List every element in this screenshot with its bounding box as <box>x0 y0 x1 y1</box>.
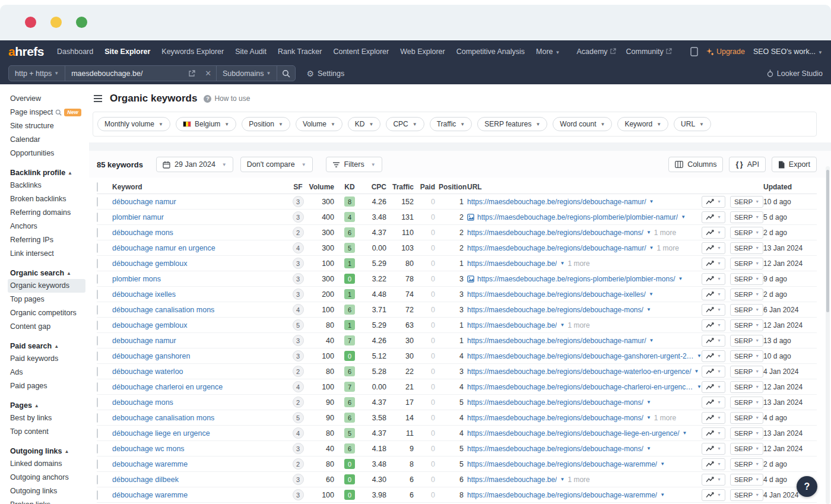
url-link[interactable]: https://maesdebouchage.be/ <box>467 321 557 329</box>
keyword-link[interactable]: débouchage gembloux <box>112 259 288 268</box>
position-history-button[interactable]: ▼ <box>702 397 725 408</box>
col-header-keyword[interactable]: Keyword <box>112 183 288 191</box>
nav-item-community[interactable]: Community <box>626 47 672 56</box>
serp-features-badge[interactable]: 2 <box>293 227 304 238</box>
url-link[interactable]: https://maesdebouchage.be/regions/debouc… <box>467 337 646 345</box>
position-history-button[interactable]: ▼ <box>702 258 725 270</box>
url-link[interactable]: https://maesdebouchage.be/regions/debouc… <box>467 306 643 314</box>
sidebar-item-outgoing-anchors[interactable]: Outgoing anchors <box>8 471 89 484</box>
nav-item-academy[interactable]: Academy <box>576 47 616 56</box>
sidebar-item-anchors[interactable]: Anchors <box>8 220 89 233</box>
position-history-button[interactable]: ▼ <box>702 427 725 439</box>
url-link[interactable]: https://maesdebouchage.be/regions/debouc… <box>467 383 694 391</box>
col-header-volume[interactable]: Volume <box>308 183 338 191</box>
serp-features-badge[interactable]: 3 <box>293 335 304 346</box>
url-link[interactable]: https://maesdebouchage.be/regions/debouc… <box>467 198 646 206</box>
url-link[interactable]: https://maesdebouchage.be/regions/debouc… <box>467 429 680 438</box>
row-checkbox[interactable] <box>97 243 98 253</box>
upgrade-button[interactable]: Upgrade <box>706 47 745 56</box>
serp-button[interactable]: SERP▼ <box>730 289 763 300</box>
url-link[interactable]: https://maesdebouchage.be/regions/debouc… <box>467 398 643 407</box>
url-link[interactable]: https://maesdebouchage.be/regions-plombe… <box>477 275 675 283</box>
keyword-link[interactable]: débouchage dilbeek <box>112 476 288 484</box>
position-history-button[interactable]: ▼ <box>702 474 725 486</box>
sidebar-item-outgoing-links[interactable]: Outgoing links <box>8 484 89 498</box>
account-switcher[interactable]: SEO SEO's work...▼ <box>753 47 823 56</box>
serp-features-badge[interactable]: 4 <box>293 427 304 439</box>
sidebar-item-top-pages[interactable]: Top pages <box>8 293 89 306</box>
position-history-button[interactable]: ▼ <box>702 443 725 455</box>
col-header-paid[interactable]: Paid <box>417 183 439 191</box>
serp-features-badge[interactable]: 3 <box>293 289 304 300</box>
search-icon[interactable] <box>277 66 295 81</box>
keyword-link[interactable]: débouchage canalisation mons <box>112 306 288 314</box>
col-header-kd[interactable]: KD <box>338 183 361 191</box>
row-checkbox[interactable] <box>97 398 98 407</box>
row-checkbox[interactable] <box>97 444 98 454</box>
url-link[interactable]: https://maesdebouchage.be/regions/debouc… <box>467 244 646 252</box>
position-history-button[interactable]: ▼ <box>702 335 725 347</box>
row-checkbox[interactable] <box>97 228 98 237</box>
keyword-link[interactable]: plombier mons <box>112 275 288 283</box>
serp-button[interactable]: SERP▼ <box>730 474 763 486</box>
filter-pill-keyword[interactable]: Keyword▼ <box>617 117 668 131</box>
serp-features-badge[interactable]: 3 <box>293 474 304 485</box>
url-link[interactable]: https://maesdebouchage.be/ <box>467 476 557 484</box>
position-history-button[interactable]: ▼ <box>702 304 725 316</box>
chevron-down-icon[interactable]: ▼ <box>660 461 665 467</box>
row-checkbox[interactable] <box>97 197 98 207</box>
row-checkbox[interactable] <box>97 459 98 469</box>
chevron-down-icon[interactable]: ▼ <box>646 307 651 312</box>
url-link[interactable]: https://maesdebouchage.be/regions-plombe… <box>477 213 678 221</box>
nav-item-site-explorer[interactable]: Site Explorer <box>104 47 150 56</box>
serp-button[interactable]: SERP▼ <box>730 458 763 470</box>
position-history-button[interactable]: ▼ <box>702 458 725 470</box>
serp-button[interactable]: SERP▼ <box>730 381 763 393</box>
sidebar-item-linked-domains[interactable]: Linked domains <box>8 457 89 471</box>
keyword-link[interactable]: debouchage wc mons <box>112 445 288 453</box>
nav-item-rank-tracker[interactable]: Rank Tracker <box>278 47 322 56</box>
nav-item-competitive-analysis[interactable]: Competitive Analysis <box>456 47 525 56</box>
sidebar-item-link-intersect[interactable]: Link intersect <box>8 247 89 261</box>
filter-pill-word-count[interactable]: Word count▼ <box>553 117 612 131</box>
serp-features-badge[interactable]: 3 <box>293 258 304 269</box>
col-header-cpc[interactable]: CPC <box>361 183 390 191</box>
serp-features-badge[interactable]: 5 <box>293 319 304 331</box>
position-history-button[interactable]: ▼ <box>702 489 725 501</box>
keyword-link[interactable]: debouchage waremme <box>112 460 288 468</box>
date-picker-button[interactable]: 29 Jan 2024▼ <box>156 157 233 172</box>
sidebar-item-paid-keywords[interactable]: Paid keywords <box>8 352 89 366</box>
sidebar-item-overview[interactable]: Overview <box>8 92 89 106</box>
serp-features-badge[interactable]: 3 <box>293 443 304 454</box>
col-header-updated[interactable]: Updated <box>763 183 817 191</box>
serp-button[interactable]: SERP▼ <box>730 366 763 378</box>
sidebar-item-ads[interactable]: Ads <box>8 366 89 379</box>
export-button[interactable]: Export <box>772 157 817 172</box>
col-header-sf[interactable]: SF <box>288 183 308 191</box>
keyword-link[interactable]: débouchage waterloo <box>112 367 288 376</box>
filters-button[interactable]: Filters▼ <box>326 157 382 172</box>
col-header-url[interactable]: URL <box>467 183 702 191</box>
chevron-down-icon[interactable]: ▼ <box>646 230 651 235</box>
chevron-down-icon[interactable]: ▼ <box>660 492 665 497</box>
serp-features-badge[interactable]: 3 <box>293 350 304 362</box>
serp-button[interactable]: SERP▼ <box>730 397 763 408</box>
url-link[interactable]: https://maesdebouchage.be/regions/debouc… <box>467 460 657 468</box>
maximize-window-button[interactable] <box>76 17 87 28</box>
serp-features-badge[interactable]: 2 <box>293 458 304 470</box>
keyword-link[interactable]: débouchage mons <box>112 229 288 237</box>
position-history-button[interactable]: ▼ <box>702 412 725 424</box>
select-all-checkbox[interactable] <box>97 182 98 192</box>
row-checkbox[interactable] <box>97 213 98 222</box>
filter-pill-monthly-volume[interactable]: Monthly volume▼ <box>97 117 170 131</box>
serp-button[interactable]: SERP▼ <box>730 335 763 347</box>
serp-button[interactable]: SERP▼ <box>730 211 763 223</box>
more-urls-link[interactable]: 1 more <box>567 321 589 329</box>
sidebar-section-organic-search[interactable]: Organic search▲ <box>10 269 89 277</box>
row-checkbox[interactable] <box>97 413 98 423</box>
serp-features-badge[interactable]: 4 <box>293 242 304 253</box>
more-urls-link[interactable]: 1 more <box>654 414 676 422</box>
position-history-button[interactable]: ▼ <box>702 273 725 285</box>
url-link[interactable]: https://maesdebouchage.be/regions/debouc… <box>467 367 692 376</box>
row-checkbox[interactable] <box>97 305 98 315</box>
